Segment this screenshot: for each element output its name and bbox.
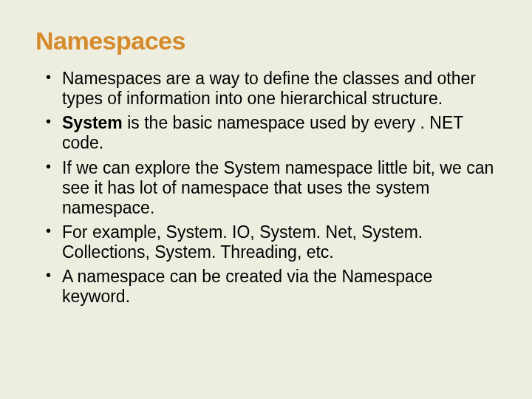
list-item: System is the basic namespace used by ev… (62, 113, 497, 153)
list-item: If we can explore the System namespace l… (62, 158, 497, 218)
list-item: Namespaces are a way to define the class… (62, 69, 497, 109)
slide-title: Namespaces (35, 27, 497, 55)
slide: Namespaces Namespaces are a way to defin… (0, 0, 532, 399)
bullet-text: is the basic namespace used by every . N… (62, 113, 463, 152)
bullet-list: Namespaces are a way to define the class… (35, 69, 497, 307)
list-item: For example, System. IO, System. Net, Sy… (62, 222, 497, 262)
bold-text: System (62, 113, 123, 132)
list-item: A namespace can be created via the Names… (62, 267, 497, 307)
